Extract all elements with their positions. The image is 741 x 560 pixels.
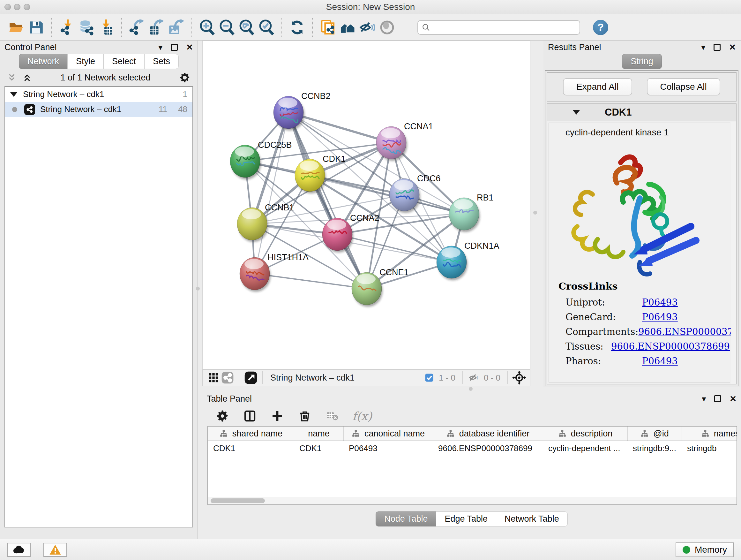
show-columns-icon[interactable] <box>243 409 257 423</box>
warnings-button[interactable] <box>44 543 67 557</box>
houses-icon <box>340 19 355 36</box>
save-session-button[interactable] <box>26 17 46 37</box>
show-hide-panels-button[interactable] <box>357 17 377 37</box>
column-header-name[interactable]: name <box>294 427 344 441</box>
node-HIST1H1A[interactable]: HIST1H1A <box>240 253 309 292</box>
float-panel-icon[interactable] <box>714 395 721 402</box>
table-tabs: Node TableEdge TableNetwork Table <box>202 511 741 526</box>
column-header-shared-name[interactable]: shared name <box>208 427 294 441</box>
search-input[interactable] <box>433 22 576 32</box>
export-image-button[interactable] <box>166 17 186 37</box>
expand-all-tree-icon[interactable] <box>7 73 17 82</box>
column-header-namespace[interactable]: namespace <box>682 427 737 441</box>
column-header-description[interactable]: description <box>543 427 628 441</box>
table-hscrollbar-thumb[interactable] <box>211 498 265 503</box>
tab-select[interactable]: Select <box>104 54 145 69</box>
node-CDC6[interactable]: CDC6 <box>389 174 441 213</box>
node-CDKN1A[interactable]: CDKN1A <box>436 241 499 280</box>
open-session-button[interactable] <box>6 17 26 37</box>
column-header-@id[interactable]: @id <box>628 427 682 441</box>
window-controls[interactable] <box>4 4 30 10</box>
left-splitter-handle[interactable] <box>196 287 200 291</box>
crosslink-value-link[interactable]: P06493 <box>642 312 678 322</box>
collapse-all-tree-icon[interactable] <box>22 73 32 82</box>
collapse-panel-icon[interactable]: ▾ <box>158 43 162 51</box>
collapse-panel-icon[interactable]: ▾ <box>701 43 705 51</box>
close-window-icon[interactable] <box>4 4 11 10</box>
tab-node-table[interactable]: Node Table <box>376 511 436 526</box>
edge-CCNB2-HIST1H1A[interactable] <box>255 112 288 273</box>
results-scrollbar[interactable] <box>731 122 736 384</box>
close-panel-icon[interactable]: ✕ <box>729 43 736 51</box>
expand-all-button[interactable]: Expand All <box>563 78 632 96</box>
collapse-all-button[interactable]: Collapse All <box>647 78 720 96</box>
tab-network[interactable]: Network <box>19 54 68 69</box>
refresh-button[interactable] <box>287 17 307 37</box>
node-entry-header[interactable]: CDK1 <box>547 104 736 121</box>
column-header-canonical-name[interactable]: canonical name <box>344 427 433 441</box>
zoom-selected-button[interactable] <box>257 17 276 37</box>
hidden-eye-icon[interactable] <box>467 371 481 385</box>
crosslink-value-link[interactable]: 9606.ENSP00000378699 <box>638 326 737 337</box>
column-header-database-identifier[interactable]: database identifier <box>433 427 543 441</box>
tab-sets[interactable]: Sets <box>144 54 179 69</box>
table-cell[interactable]: 9606.ENSP00000378699 <box>433 441 543 455</box>
home-button[interactable] <box>338 17 357 37</box>
export-table-button[interactable] <box>147 17 166 37</box>
view-grid-button[interactable] <box>206 371 220 385</box>
tab-network-table[interactable]: Network Table <box>496 511 568 526</box>
collection-expand-icon[interactable] <box>10 92 17 97</box>
network-row[interactable]: String Network – cdk1 11 48 <box>5 102 192 117</box>
import-table-button[interactable] <box>96 17 116 37</box>
table-cell[interactable]: cyclin-dependent ... <box>543 441 628 455</box>
view-network-button[interactable] <box>220 371 234 385</box>
crosslink-value-link[interactable]: P06493 <box>642 297 678 308</box>
right-splitter-handle[interactable] <box>533 211 537 214</box>
cloud-status-button[interactable] <box>7 543 30 557</box>
zoom-fit-button[interactable] <box>237 17 257 37</box>
table-cell[interactable]: stringdb <box>682 441 737 455</box>
preview-button[interactable] <box>377 17 397 37</box>
help-button[interactable]: ? <box>593 20 608 35</box>
export-network-button[interactable] <box>127 17 147 37</box>
pan-crosshair-button[interactable] <box>512 371 526 385</box>
entry-expand-icon[interactable] <box>573 110 580 115</box>
network-collection-row[interactable]: String Network – cdk1 1 <box>5 87 192 102</box>
delete-column-icon[interactable] <box>297 409 312 423</box>
horizontal-splitter-handle[interactable] <box>469 387 473 391</box>
network-canvas[interactable]: CCNB2CCNA1CDC25BCDK1CDC6RB1CCNB1CCNA2CDK… <box>202 41 530 369</box>
selected-checkbox[interactable] <box>422 371 436 385</box>
tab-style[interactable]: Style <box>67 54 104 69</box>
node-RB1[interactable]: RB1 <box>449 193 494 232</box>
string-import-button[interactable] <box>318 17 338 37</box>
minimize-window-icon[interactable] <box>14 4 20 10</box>
maximize-window-icon[interactable] <box>23 4 30 10</box>
close-panel-icon[interactable]: ✕ <box>730 395 737 403</box>
edge-HIST1H1A-CCNE1[interactable] <box>255 273 367 289</box>
crosslink-value-link[interactable]: P06493 <box>642 356 678 367</box>
tab-edge-table[interactable]: Edge Table <box>436 511 496 526</box>
tab-string[interactable]: String <box>622 54 662 69</box>
collapse-panel-icon[interactable]: ▾ <box>702 395 706 403</box>
table-hscrollbar[interactable] <box>208 497 737 504</box>
float-panel-icon[interactable] <box>171 44 178 51</box>
add-column-icon[interactable] <box>270 409 285 423</box>
table-settings-gear-icon[interactable] <box>215 409 230 423</box>
import-network-button[interactable] <box>57 17 77 37</box>
edge-CCNB2-CCNE1[interactable] <box>288 112 367 289</box>
zoom-in-button[interactable] <box>197 17 217 37</box>
table-cell[interactable]: CDK1 <box>208 441 294 455</box>
crosslink-value-link[interactable]: 9606.ENSP00000378699 <box>611 341 730 352</box>
table-row[interactable]: CDK1CDK1P064939606.ENSP00000378699cyclin… <box>208 441 737 455</box>
float-panel-icon[interactable] <box>714 44 721 51</box>
import-network-database-button[interactable] <box>77 17 96 37</box>
close-panel-icon[interactable]: ✕ <box>186 43 193 51</box>
birdseye-view-button[interactable] <box>244 371 258 385</box>
footer-separator <box>262 371 263 384</box>
table-cell[interactable]: P06493 <box>344 441 433 455</box>
table-cell[interactable]: stringdb:9... <box>628 441 682 455</box>
table-cell[interactable]: CDK1 <box>294 441 344 455</box>
memory-button[interactable]: Memory <box>676 543 734 557</box>
network-options-gear-icon[interactable] <box>179 72 191 83</box>
zoom-out-button[interactable] <box>217 17 237 37</box>
